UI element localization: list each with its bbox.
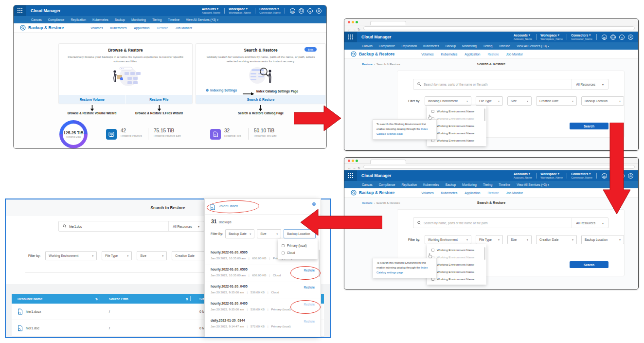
filter-backup-location[interactable]: Backup Location	[581, 235, 624, 244]
close-icon[interactable]	[312, 201, 316, 207]
filter-backup-date[interactable]: Backup Date	[225, 229, 254, 238]
restore-link[interactable]: Restore	[304, 286, 315, 289]
nav-item-timeline[interactable]: Timeline	[499, 44, 510, 48]
address-bar[interactable]	[363, 165, 635, 169]
dropdown-scrollbar[interactable]	[484, 108, 485, 121]
nav-item-kubernetes[interactable]: Kubernetes	[423, 44, 439, 48]
user-icon[interactable]	[628, 35, 633, 40]
tab-kubernetes[interactable]: Kubernetes	[441, 191, 458, 195]
nav-item-canvas[interactable]: Canvas	[31, 18, 42, 21]
user-icon[interactable]	[316, 8, 322, 14]
notifications-icon[interactable]	[610, 35, 616, 40]
settings-icon[interactable]	[290, 8, 295, 14]
search-input[interactable]	[424, 221, 572, 225]
tab-restore-active[interactable]: Restore	[488, 191, 499, 195]
nav-item-compliance[interactable]: Compliance	[379, 44, 395, 48]
search-input[interactable]	[69, 225, 168, 228]
reload-icon[interactable]	[358, 162, 360, 171]
filter-size[interactable]: Size	[507, 235, 532, 244]
nav-item-monitoring[interactable]: Monitoring	[462, 183, 477, 186]
resources-dropdown[interactable]: All Resources	[168, 221, 204, 231]
filter-file-type[interactable]: File Type	[476, 96, 503, 106]
filter-size[interactable]: Size	[507, 96, 532, 106]
dropdown-scrollbar[interactable]	[484, 247, 485, 260]
nav-item-monitoring[interactable]: Monitoring	[131, 18, 146, 21]
search-restore-button[interactable]: Search & Restore	[196, 95, 325, 104]
nav-item-backup[interactable]: Backup	[446, 44, 456, 48]
nav-item-kubernetes[interactable]: Kubernetes	[423, 183, 439, 186]
sort-icon[interactable]	[186, 297, 188, 301]
filter-backup-location[interactable]: Backup Location	[581, 96, 624, 106]
help-icon[interactable]	[307, 8, 313, 14]
search-input[interactable]	[424, 83, 572, 86]
accounts-menu[interactable]: Accounts Account_Name	[510, 33, 536, 40]
tab-application[interactable]: Application	[465, 53, 480, 56]
connectors-menu[interactable]: Connectors Connector_Name	[255, 7, 285, 14]
we-option[interactable]: Working Environment Name	[427, 246, 486, 253]
tab-application[interactable]: Application	[134, 26, 149, 30]
filter-creation-date[interactable]: Creation Date	[536, 96, 577, 106]
tab-restore-active[interactable]: Restore	[157, 26, 168, 30]
workspace-menu[interactable]: Workspace Workspace_Name	[225, 7, 255, 14]
tab-job-monitor[interactable]: Job Monitor	[176, 26, 192, 30]
nav-item-monitoring[interactable]: Monitoring	[462, 44, 477, 48]
tab-volumes[interactable]: Volumes	[421, 191, 433, 195]
tab-job-monitor[interactable]: Job Monitor	[506, 53, 523, 56]
help-icon[interactable]	[619, 35, 625, 40]
notifications-icon[interactable]	[299, 8, 304, 14]
browser-tab[interactable]	[370, 160, 406, 164]
nav-item-backup[interactable]: Backup	[446, 183, 456, 186]
checkbox[interactable]	[431, 110, 434, 113]
filter-working-environment[interactable]: Working Environment	[45, 251, 97, 260]
location-option-primary[interactable]: Primary (local)	[278, 242, 318, 249]
filter-file-type[interactable]: File Type	[102, 251, 132, 260]
tab-restore-active[interactable]: Restore	[488, 53, 499, 56]
apps-grid-icon[interactable]	[344, 32, 357, 42]
apps-grid-icon[interactable]	[344, 170, 357, 181]
apps-grid-icon[interactable]	[14, 5, 26, 16]
filter-creation-date[interactable]: Creation Date	[536, 235, 577, 244]
checkbox[interactable]	[431, 249, 434, 252]
tab-kubernetes[interactable]: Kubernetes	[441, 53, 458, 56]
nav-item-replication[interactable]: Replication	[401, 183, 417, 186]
nav-item-replication[interactable]: Replication	[401, 44, 417, 48]
nav-item-view-all-services[interactable]: View All Services (+3)	[517, 183, 549, 186]
filter-working-environment[interactable]: Working Environment	[425, 96, 471, 106]
filter-size[interactable]: Size	[257, 229, 281, 238]
nav-item-compliance[interactable]: Compliance	[48, 18, 65, 21]
tab-application[interactable]: Application	[465, 191, 480, 195]
browser-tab[interactable]	[370, 21, 406, 25]
zoom-traffic-light[interactable]	[356, 160, 358, 162]
filter-file-type[interactable]: File Type	[476, 235, 503, 244]
restore-volume-button[interactable]: Restore Volume	[59, 95, 125, 104]
connectors-menu[interactable]: Connectors Connector_Name	[567, 172, 596, 179]
accounts-menu[interactable]: Accounts Account_Name	[510, 172, 536, 179]
close-traffic-light[interactable]	[348, 21, 350, 23]
filter-working-environment[interactable]: Working Environment	[425, 235, 471, 244]
minimize-traffic-light[interactable]	[352, 21, 354, 23]
restore-file-button[interactable]: Restore File	[126, 95, 193, 104]
address-bar[interactable]	[363, 26, 635, 30]
location-option-cloud[interactable]: Cloud	[278, 249, 318, 256]
tab-kubernetes[interactable]: Kubernetes	[110, 26, 127, 30]
settings-icon[interactable]	[602, 35, 607, 40]
filter-size[interactable]: Size	[137, 251, 167, 260]
column-source-path[interactable]: Source Path	[103, 294, 194, 304]
tab-volumes[interactable]: Volumes	[90, 26, 103, 30]
nav-item-timeline[interactable]: Timeline	[168, 18, 179, 21]
tab-job-monitor[interactable]: Job Monitor	[506, 191, 523, 195]
nav-item-tiering[interactable]: Tiering	[152, 18, 161, 21]
minimize-traffic-light[interactable]	[352, 160, 354, 162]
column-resource-name[interactable]: Resource Name	[12, 294, 103, 304]
resources-dropdown[interactable]: All Resources	[572, 79, 608, 89]
nav-item-canvas[interactable]: Canvas	[362, 183, 373, 186]
reload-icon[interactable]	[358, 24, 360, 33]
nav-item-timeline[interactable]: Timeline	[499, 183, 510, 186]
close-traffic-light[interactable]	[348, 160, 350, 162]
resources-dropdown[interactable]: All Resources	[572, 218, 608, 228]
zoom-traffic-light[interactable]	[356, 21, 358, 23]
workspace-menu[interactable]: Workspace Workspace_Name	[537, 172, 567, 179]
nav-item-tiering[interactable]: Tiering	[483, 183, 492, 186]
nav-item-kubernetes[interactable]: Kubernetes	[92, 18, 108, 21]
accounts-menu[interactable]: Accounts Account_Name	[198, 7, 224, 14]
